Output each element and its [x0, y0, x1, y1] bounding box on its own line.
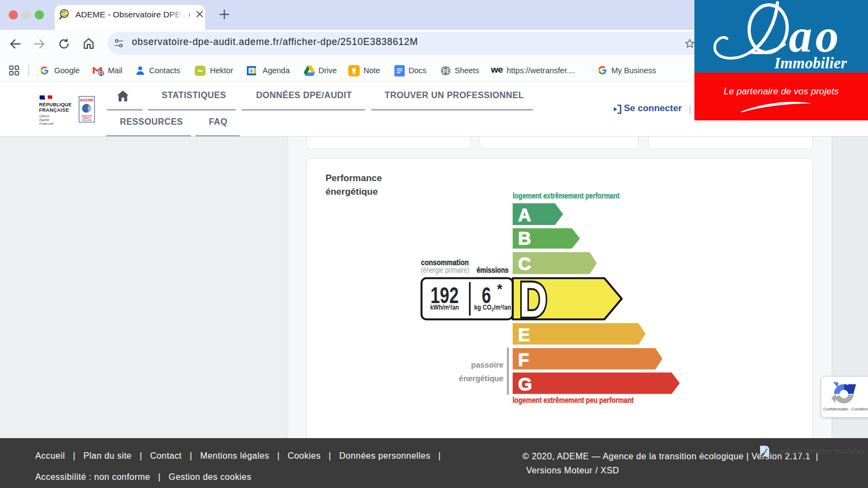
- svg-text:(énergie primaire): (énergie primaire): [421, 266, 469, 274]
- svg-text:Immobilier: Immobilier: [774, 54, 847, 72]
- svg-text:Liberté: Liberté: [39, 114, 50, 118]
- svg-text:C: C: [518, 254, 531, 274]
- svg-text:Fraternité: Fraternité: [39, 121, 54, 125]
- svg-text:F: F: [518, 350, 529, 370]
- svg-text:logement extrêmement peu perfo: logement extrêmement peu performant: [513, 396, 634, 404]
- svg-text:énergétique: énergétique: [459, 374, 503, 383]
- svg-text:kWh/m²/an: kWh/m²/an: [430, 303, 459, 311]
- svg-text:*: *: [497, 281, 503, 297]
- svg-text:B: B: [518, 228, 531, 248]
- svg-text:ÉCOLOGIE: ÉCOLOGIE: [82, 119, 92, 121]
- svg-text:G: G: [518, 374, 532, 394]
- svg-text:Le partenaire de vos projets: Le partenaire de vos projets: [724, 86, 839, 97]
- svg-text:émissions: émissions: [477, 265, 509, 274]
- svg-text:6: 6: [250, 68, 253, 74]
- svg-text:0: 0: [100, 70, 103, 76]
- svg-text:E: E: [518, 325, 530, 345]
- svg-text:FRANÇAISE: FRANÇAISE: [39, 107, 69, 113]
- svg-text:A: A: [518, 205, 531, 225]
- svg-text:logement extrêmement performan: logement extrêmement performant: [513, 191, 620, 200]
- svg-text:RÉPUBLIQUE: RÉPUBLIQUE: [39, 102, 72, 107]
- svg-text:D: D: [519, 273, 547, 327]
- svg-text:Égalité: Égalité: [39, 118, 50, 121]
- svg-text:ADEME: ADEME: [80, 98, 94, 102]
- svg-text:passoire: passoire: [471, 361, 503, 369]
